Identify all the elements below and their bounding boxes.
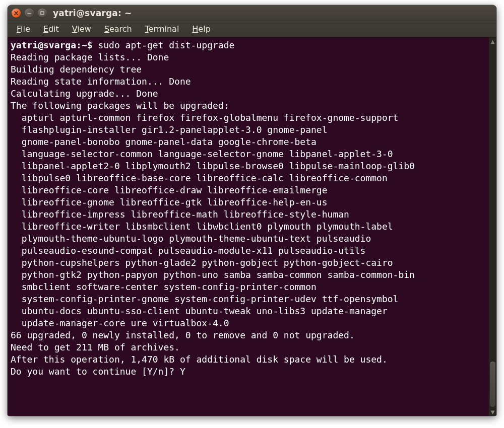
package-line: libpulse0 libreoffice-base-core libreoff… [11, 172, 485, 184]
minimize-button[interactable] [25, 9, 34, 18]
package-line: libreoffice-gnome libreoffice-gtk libreo… [11, 196, 485, 208]
confirm-prompt: Do you want to continue [Y/n]? [11, 366, 180, 377]
package-line: pulseaudio-esound-compat pulseaudio-modu… [11, 245, 485, 257]
package-line: gnome-panel-bonobo gnome-panel-data goog… [11, 136, 485, 148]
shell-prompt: yatri@svarga:~$ [11, 40, 98, 50]
output-line: Reading package lists... Done [11, 51, 485, 63]
menu-file[interactable]: File [11, 22, 36, 36]
package-line: system-config-printer-gnome system-confi… [11, 293, 485, 305]
menu-view[interactable]: View [66, 22, 97, 36]
terminal-area: yatri@svarga:~$ sudo apt-get dist-upgrad… [8, 37, 496, 416]
menu-terminal[interactable]: Terminal [139, 22, 185, 36]
scrollbar[interactable]: ▲ ▼ [488, 37, 496, 416]
package-line: libreoffice-impress libreoffice-math lib… [11, 208, 485, 221]
package-line: update-manager-core ure virtualbox-4.0 [11, 317, 485, 329]
window-controls [12, 9, 47, 18]
package-line: ubuntu-docs ubuntu-sso-client ubuntu-twe… [11, 305, 485, 317]
package-line: python-gtk2 python-papyon python-uno sam… [11, 269, 485, 281]
scrollbar-thumb[interactable] [490, 362, 495, 407]
package-line: libpanel-applet2-0 libplymouth2 libpulse… [11, 160, 485, 172]
minimize-icon [27, 11, 32, 16]
terminal-window: yatri@svarga: ~ File Edit View Search Te… [8, 5, 496, 416]
output-line: The following packages will be upgraded: [11, 100, 485, 112]
shell-command: sudo apt-get dist-upgrade [98, 40, 234, 50]
package-line: flashplugin-installer gir1.2-panelapplet… [11, 124, 485, 136]
scroll-up-arrow-icon[interactable]: ▲ [489, 37, 496, 45]
output-line: Calculating upgrade... Done [11, 88, 485, 100]
package-line: smbclient software-center system-config-… [11, 281, 485, 293]
confirm-input[interactable]: Y [180, 366, 185, 377]
package-line: plymouth-theme-ubuntu-logo plymouth-them… [11, 233, 485, 245]
package-line: libreoffice-core libreoffice-draw libreo… [11, 184, 485, 196]
menu-help[interactable]: Help [186, 22, 216, 36]
menubar: File Edit View Search Terminal Help [8, 21, 496, 37]
close-button[interactable] [12, 9, 21, 18]
titlebar[interactable]: yatri@svarga: ~ [8, 5, 496, 21]
close-icon [14, 11, 19, 16]
svg-rect-0 [41, 12, 44, 15]
menu-edit[interactable]: Edit [37, 22, 65, 36]
output-line: Reading state information... Done [11, 76, 485, 88]
summary-line: Need to get 211 MB of archives. [11, 341, 485, 353]
package-line: apturl apturl-common firefox firefox-glo… [11, 112, 485, 124]
package-line: python-cupshelpers python-glade2 python-… [11, 257, 485, 269]
summary-line: After this operation, 1,470 kB of additi… [11, 353, 485, 366]
menu-search[interactable]: Search [98, 22, 138, 36]
scroll-down-arrow-icon[interactable]: ▼ [489, 408, 496, 416]
window-title: yatri@svarga: ~ [53, 8, 132, 18]
package-line: language-selector-common language-select… [11, 148, 485, 160]
maximize-button[interactable] [38, 9, 47, 18]
output-line: Building dependency tree [11, 63, 485, 76]
terminal-output[interactable]: yatri@svarga:~$ sudo apt-get dist-upgrad… [8, 37, 488, 416]
maximize-icon [40, 11, 45, 16]
package-line: libreoffice-writer libsmbclient libwbcli… [11, 221, 485, 233]
summary-line: 66 upgraded, 0 newly installed, 0 to rem… [11, 329, 485, 341]
